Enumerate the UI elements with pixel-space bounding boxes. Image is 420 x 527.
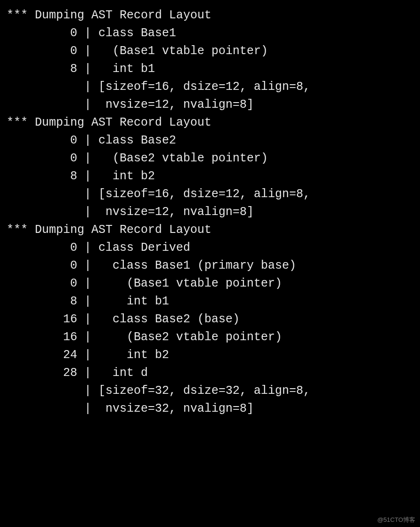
record-row: 0 | (Base1 vtable pointer) [7, 275, 420, 293]
record-row: 0 | class Base1 (primary base) [7, 257, 420, 275]
terminal-output: *** Dumping AST Record Layout 0 | class … [0, 0, 420, 418]
record-header: *** Dumping AST Record Layout [7, 7, 420, 24]
record-row: 8 | int b1 [7, 293, 420, 311]
record-row: 8 | int b1 [7, 60, 420, 78]
record-summary: | [sizeof=32, dsize=32, align=8, [7, 382, 420, 400]
record-header: *** Dumping AST Record Layout [7, 221, 420, 239]
record-row: 0 | class Derived [7, 239, 420, 257]
record-row: 24 | int b2 [7, 346, 420, 364]
record-summary: | nvsize=12, nvalign=8] [7, 96, 420, 114]
record-row: 0 | class Base2 [7, 132, 420, 150]
record-summary: | [sizeof=16, dsize=12, align=8, [7, 78, 420, 96]
record-row: 0 | class Base1 [7, 24, 420, 42]
record-row: 16 | (Base2 vtable pointer) [7, 328, 420, 346]
record-header: *** Dumping AST Record Layout [7, 114, 420, 132]
record-row: 28 | int d [7, 364, 420, 382]
record-row: 16 | class Base2 (base) [7, 311, 420, 328]
record-summary: | [sizeof=16, dsize=12, align=8, [7, 185, 420, 203]
record-row: 0 | (Base1 vtable pointer) [7, 42, 420, 60]
record-row: 8 | int b2 [7, 168, 420, 185]
record-row: 0 | (Base2 vtable pointer) [7, 150, 420, 168]
record-summary: | nvsize=12, nvalign=8] [7, 203, 420, 221]
record-summary: | nvsize=32, nvalign=8] [7, 400, 420, 418]
watermark: @51CTO博客 [377, 516, 415, 524]
